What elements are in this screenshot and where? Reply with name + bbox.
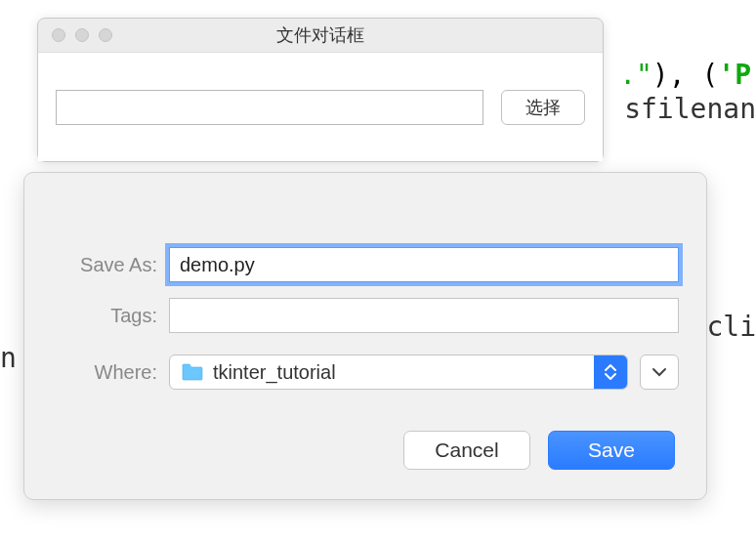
button-row: Cancel Save — [52, 431, 679, 470]
expand-button[interactable] — [640, 355, 679, 390]
save-as-label: Save As: — [52, 254, 169, 276]
window-title: 文件对话框 — [38, 23, 603, 47]
tags-label: Tags: — [52, 305, 169, 327]
zoom-icon[interactable] — [99, 28, 112, 42]
where-label: Where: — [52, 361, 169, 384]
where-select[interactable]: tkinter_tutorial — [169, 355, 628, 390]
traffic-lights — [38, 28, 112, 42]
save-as-input[interactable] — [169, 247, 679, 282]
save-as-row: Save As: — [52, 247, 679, 282]
where-value: tkinter_tutorial — [213, 361, 627, 384]
chevron-down-icon — [651, 367, 667, 377]
tags-row: Tags: — [52, 298, 679, 333]
file-dialog-window: 文件对话框 选择 — [37, 18, 604, 162]
save-button[interactable]: Save — [548, 431, 675, 470]
save-sheet: Save As: Tags: Where: tkinter_tutorial — [23, 172, 707, 500]
select-button[interactable]: 选择 — [501, 90, 585, 125]
path-input[interactable] — [56, 90, 483, 125]
folder-icon — [182, 363, 203, 381]
titlebar: 文件对话框 — [38, 19, 603, 52]
window-body: 选择 — [38, 52, 603, 161]
where-row: Where: tkinter_tutorial — [52, 355, 679, 390]
tags-input[interactable] — [169, 298, 679, 333]
minimize-icon[interactable] — [75, 28, 89, 42]
close-icon[interactable] — [52, 28, 65, 42]
dropdown-stepper-icon — [594, 355, 627, 389]
cancel-button[interactable]: Cancel — [403, 431, 530, 470]
